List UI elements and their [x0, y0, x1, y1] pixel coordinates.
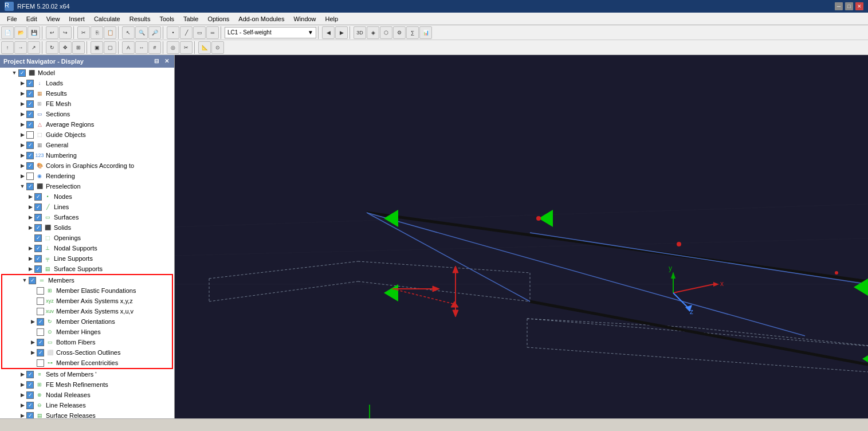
expander-surfacereleases[interactable]: ▶ [18, 412, 26, 418]
tb-copy[interactable]: ⎘ [91, 26, 103, 39]
expander-setsofmembers[interactable]: ▶ [18, 370, 26, 378]
tree-item-members[interactable]: ▼ ✓ ═ Members [2, 275, 172, 285]
expander-guideobj[interactable]: ▶ [18, 131, 26, 139]
check-memberhinges[interactable] [37, 328, 44, 336]
tb-next-lc[interactable]: ▶ [335, 26, 348, 39]
tb-zoom-in[interactable]: 🔍 [135, 26, 148, 39]
tb-render[interactable]: ◈ [367, 26, 379, 39]
minimize-button[interactable]: ─ [835, 2, 843, 10]
check-surfacereleases[interactable]: ✓ [26, 412, 34, 419]
tree-item-crosssection[interactable]: ▶ ✓ ⬜ Cross-Section Outlines [2, 347, 172, 358]
tb-select[interactable]: ↖ [122, 26, 135, 39]
tree-item-femesh[interactable]: ▶ ✓ ⊞ FE Mesh [0, 99, 174, 109]
check-openings[interactable]: ✓ [34, 234, 42, 242]
check-loads[interactable]: ✓ [26, 80, 34, 87]
expander-memberhinges[interactable] [29, 328, 37, 336]
menu-insert[interactable]: Insert [64, 14, 89, 23]
menu-file[interactable]: File [2, 14, 22, 23]
expander-linereleases[interactable]: ▶ [18, 401, 26, 409]
check-avgregions[interactable]: ✓ [26, 121, 34, 128]
check-rendering[interactable] [26, 173, 34, 180]
tree-item-avgregions[interactable]: ▶ ✓ △ Average Regions [0, 119, 174, 130]
check-memberorient[interactable]: ✓ [37, 318, 44, 326]
expander-avgregions[interactable]: ▶ [18, 120, 26, 128]
tree-item-results[interactable]: ▶ ✓ ▦ Results [0, 88, 174, 99]
tb2-clipping[interactable]: ✂ [180, 41, 193, 54]
check-sections[interactable]: ✓ [26, 111, 34, 118]
check-femeshrefinements[interactable]: ✓ [26, 381, 34, 389]
tree-item-surfaces[interactable]: ▶ ✓ ▭ Surfaces [0, 212, 174, 222]
tb2-label[interactable]: A [122, 41, 135, 54]
expander-preselection[interactable]: ▼ [18, 182, 26, 190]
menu-view[interactable]: View [42, 14, 65, 23]
expander-memberelastic[interactable] [29, 287, 37, 295]
expander-nodes[interactable]: ▶ [26, 193, 34, 201]
tree-item-rendering[interactable]: ▶ ◉ Rendering [0, 171, 174, 181]
expander-memberaxisxyz[interactable] [29, 297, 37, 305]
tree-item-memberaxisxuv[interactable]: xuv Member Axis Systems x,u,v [2, 306, 172, 316]
tb-node[interactable]: • [167, 26, 179, 39]
tb-open[interactable]: 📂 [14, 26, 27, 39]
tree-container[interactable]: ▼ ✓ ⬛ Model ▶ ✓ ↓ Loads ▶ ✓ ▦ Results [0, 68, 174, 418]
tb-calc[interactable]: ∑ [406, 26, 419, 39]
tree-item-memberelastic[interactable]: ⊞ Member Elastic Foundations [2, 285, 172, 296]
expander-model[interactable]: ▼ [10, 69, 18, 77]
maximize-button[interactable]: □ [845, 2, 853, 10]
expander-linesupports[interactable]: ▶ [26, 254, 34, 262]
check-numbering[interactable]: ✓ [26, 152, 34, 159]
tb-paste[interactable]: 📋 [104, 26, 116, 39]
tree-item-surfacesupports[interactable]: ▶ ✓ ▤ Surface Supports [0, 264, 174, 274]
check-general[interactable]: ✓ [26, 142, 34, 149]
expander-openings[interactable] [26, 234, 34, 242]
tb-prev-lc[interactable]: ◀ [322, 26, 335, 39]
menu-calculate[interactable]: Calculate [89, 14, 125, 23]
check-surfacesupports[interactable]: ✓ [34, 265, 42, 273]
menu-help[interactable]: Help [321, 14, 343, 23]
tree-item-linesupports[interactable]: ▶ ✓ ╤ Line Supports [0, 253, 174, 264]
tb2-view1[interactable]: ↑ [1, 41, 14, 54]
check-colors[interactable]: ✓ [26, 162, 34, 170]
check-guideobj[interactable] [26, 131, 34, 139]
nav-close-button[interactable]: ✕ [163, 57, 171, 65]
check-nodes[interactable]: ✓ [34, 193, 42, 201]
check-femesh[interactable]: ✓ [26, 100, 34, 108]
check-memberaxisxyz[interactable] [37, 297, 44, 305]
expander-results[interactable]: ▶ [18, 89, 26, 97]
check-memberaxisxuv[interactable] [37, 308, 44, 315]
expander-memberaxisxuv[interactable] [29, 307, 37, 315]
tb-line[interactable]: ╱ [180, 26, 193, 39]
expander-solids[interactable]: ▶ [26, 224, 34, 232]
check-lines[interactable]: ✓ [34, 203, 42, 211]
check-crosssection[interactable]: ✓ [37, 349, 44, 356]
tb2-snap[interactable]: ⊙ [211, 41, 224, 54]
tree-item-solids[interactable]: ▶ ✓ ⬛ Solids [0, 222, 174, 233]
check-model[interactable]: ✓ [18, 69, 26, 77]
expander-members[interactable]: ▼ [21, 276, 29, 284]
tree-item-openings[interactable]: ✓ ⬚ Openings [0, 233, 174, 243]
check-surfaces[interactable]: ✓ [34, 214, 42, 221]
expander-numbering[interactable]: ▶ [18, 151, 26, 159]
expander-rendering[interactable]: ▶ [18, 172, 26, 180]
tb2-select-all[interactable]: ▣ [91, 41, 103, 54]
menu-tools[interactable]: Tools [155, 14, 179, 23]
menu-results[interactable]: Results [125, 14, 155, 23]
tree-item-linereleases[interactable]: ▶ ✓ ⊖ Line Releases [0, 400, 174, 410]
check-nodalsupports[interactable]: ✓ [34, 245, 42, 252]
tb-results-view[interactable]: 📊 [419, 26, 432, 39]
tree-item-memberorient[interactable]: ▶ ✓ ↻ Member Orientations [2, 316, 172, 327]
tree-item-memberaxisxyz[interactable]: xyz Member Axis Systems x,y,z [2, 296, 172, 306]
lc-dropdown[interactable]: LC1 - Self-weight ▼ [225, 27, 316, 38]
tb2-dim[interactable]: ↔ [135, 41, 148, 54]
check-setsofmembers[interactable]: ✓ [26, 371, 34, 378]
tree-item-guideobj[interactable]: ▶ ⬚ Guide Objects [0, 130, 174, 140]
check-results[interactable]: ✓ [26, 90, 34, 97]
check-linereleases[interactable]: ✓ [26, 402, 34, 409]
tb2-grid[interactable]: # [148, 41, 161, 54]
tb2-view3[interactable]: ↗ [28, 41, 40, 54]
tree-item-surfacereleases[interactable]: ▶ ✓ ▤ Surface Releases [0, 410, 174, 418]
tree-item-colors[interactable]: ▶ ✓ 🎨 Colors in Graphics According to [0, 160, 174, 171]
nav-float-button[interactable]: ⊟ [152, 57, 160, 65]
expander-membereccentr[interactable] [29, 359, 37, 367]
tb-settings[interactable]: ⚙ [393, 26, 406, 39]
tb-3d-view[interactable]: 3D [354, 26, 366, 39]
